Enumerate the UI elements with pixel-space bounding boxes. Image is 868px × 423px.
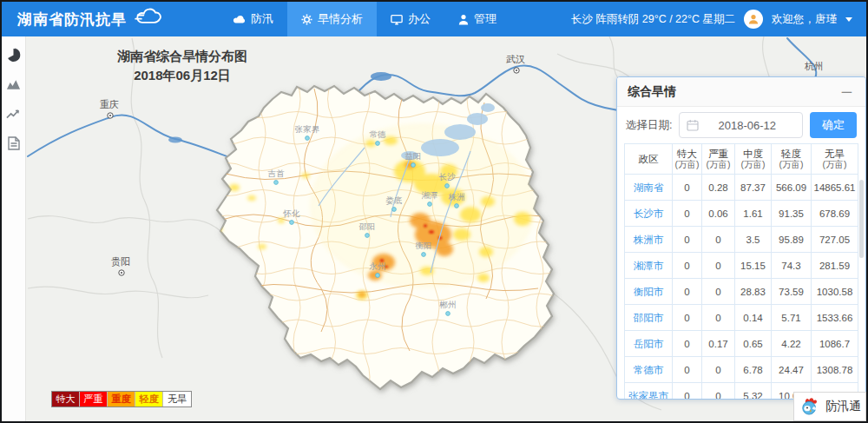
city-label-inside: 永州 [369, 261, 386, 271]
report-icon[interactable] [4, 134, 23, 153]
column-header: 轻度(万亩) [772, 144, 812, 174]
legend-item-1: 严重 [80, 392, 108, 406]
city-label-inside: 邵阳 [359, 221, 376, 231]
legend-item-0: 特大 [52, 392, 80, 406]
value-cell: 566.09 [772, 175, 812, 200]
avatar[interactable] [744, 10, 763, 29]
top-navbar: 湖南省防汛抗旱 防汛旱情分析办公管理 长沙 阵雨转阴 29°C / 22°C 星… [2, 2, 866, 36]
drought-legend: 特大严重重度轻度无旱 [51, 391, 192, 407]
region-link[interactable]: 邵阳市 [624, 305, 673, 330]
map-title-line1: 湖南省综合旱情分布图 [61, 47, 304, 66]
city-label-inside: 株洲 [449, 192, 465, 202]
nav-item-0[interactable]: 防汛 [219, 2, 287, 36]
value-cell: 24.47 [772, 357, 812, 382]
drought-table: 政区特大(万亩)严重(万亩)中度(万亩)轻度(万亩)无旱(万亩)湖南省00.28… [624, 143, 858, 400]
region-link[interactable]: 湘潭市 [624, 253, 673, 278]
region-link[interactable]: 长沙市 [624, 201, 673, 226]
city-label-outside: 杭州 [804, 61, 824, 71]
value-cell: 6.78 [735, 357, 772, 382]
city-marker [274, 181, 279, 185]
value-cell: 1308.78 [812, 357, 858, 382]
city-marker [422, 253, 426, 257]
nav-item-1[interactable]: 旱情分析 [287, 2, 377, 36]
map-title-line2: 2018年06月12日 [61, 66, 304, 85]
city-marker [411, 163, 416, 168]
cloud-logo-icon [132, 5, 167, 33]
value-cell: 0.17 [702, 331, 735, 356]
table-row: 湖南省00.2887.37566.0914865.61 [624, 175, 858, 201]
value-cell: 0.65 [735, 331, 772, 356]
panel-title: 综合旱情 [628, 84, 676, 100]
city-label-inside: 吉首 [268, 169, 286, 178]
value-cell: 1086.7 [812, 331, 858, 356]
topbar-right: 长沙 阵雨转阴 29°C / 22°C 星期二 欢迎您，唐瑾 [571, 10, 852, 29]
area-chart-icon[interactable] [4, 75, 23, 94]
panel-scrollbar[interactable] [859, 180, 864, 258]
region-link[interactable]: 张家界市 [624, 383, 673, 400]
value-cell: 0 [673, 175, 702, 200]
value-cell: 0 [702, 357, 735, 382]
column-header: 严重(万亩) [702, 144, 735, 174]
line-chart-icon[interactable] [4, 104, 23, 123]
chevron-down-icon[interactable] [845, 17, 852, 22]
nav-item-3[interactable]: 管理 [444, 2, 510, 36]
value-cell: 1.61 [735, 201, 772, 226]
value-cell: 0 [673, 331, 702, 356]
region-link[interactable]: 常德市 [624, 357, 673, 382]
city-marker [445, 184, 450, 188]
confirm-button[interactable]: 确定 [810, 112, 857, 138]
nav-item-2[interactable]: 办公 [377, 2, 444, 36]
city-label-inside: 益阳 [405, 151, 422, 161]
column-header: 中度(万亩) [735, 144, 772, 174]
city-label-inside: 长沙 [439, 172, 457, 182]
city-marker-dot [516, 69, 517, 71]
region-link[interactable]: 湖南省 [624, 175, 673, 200]
city-marker [376, 274, 380, 278]
tool-sidebar [2, 36, 26, 421]
city-label-inside: 湘潭 [422, 190, 438, 200]
brand-title: 湖南省防汛抗旱 [17, 10, 127, 30]
value-cell: 4.22 [772, 331, 812, 356]
value-cell: 5.32 [735, 383, 772, 400]
city-marker [376, 142, 380, 146]
region-link[interactable]: 株洲市 [624, 227, 673, 252]
region-link[interactable]: 衡阳市 [624, 279, 673, 304]
app-badge[interactable]: 防汛通 [793, 392, 866, 421]
table-row: 株洲市003.595.89727.05 [624, 227, 858, 253]
city-marker-dot [109, 115, 111, 116]
date-value: 2018-06-12 [699, 119, 795, 132]
region-link[interactable]: 岳阳市 [624, 331, 673, 356]
value-cell: 0.28 [702, 175, 735, 200]
pie-chart-icon[interactable] [4, 45, 23, 64]
value-cell: 14865.61 [812, 175, 858, 200]
value-cell: 0 [673, 383, 702, 400]
welcome-user[interactable]: 欢迎您，唐瑾 [772, 12, 837, 27]
value-cell: 95.89 [772, 227, 812, 252]
date-label: 选择日期: [626, 118, 672, 133]
city-label-inside: 娄底 [386, 195, 403, 205]
city-label-inside: 衡阳 [416, 241, 432, 250]
date-row: 选择日期: 2018-06-12 确定 [617, 107, 865, 143]
city-marker-dot [121, 272, 122, 274]
city-label-inside: 张家界 [295, 124, 320, 134]
value-cell: 0 [673, 201, 702, 226]
nav-label: 办公 [408, 11, 431, 27]
value-cell: 87.37 [735, 175, 772, 200]
value-cell: 0 [702, 279, 735, 304]
column-header: 特大(万亩) [673, 144, 702, 174]
app-window: 湖南省防汛抗旱 防汛旱情分析办公管理 长沙 阵雨转阴 29°C / 22°C 星… [0, 0, 868, 423]
cloud-icon [233, 14, 246, 24]
table-header-row: 政区特大(万亩)严重(万亩)中度(万亩)轻度(万亩)无旱(万亩) [624, 143, 858, 175]
monitor-icon [391, 14, 403, 25]
date-picker-input[interactable]: 2018-06-12 [679, 112, 803, 138]
city-label-outside: 重庆 [100, 99, 119, 109]
column-header: 无旱(万亩) [812, 144, 858, 174]
minimize-button[interactable]: ─ [838, 86, 855, 98]
city-label-inside: 郴州 [439, 300, 457, 309]
user-icon [458, 14, 469, 25]
city-marker [428, 202, 432, 207]
value-cell: 0 [673, 305, 702, 330]
calendar-icon [687, 119, 699, 131]
value-cell: 15.15 [735, 253, 772, 278]
nav-label: 旱情分析 [318, 11, 363, 27]
